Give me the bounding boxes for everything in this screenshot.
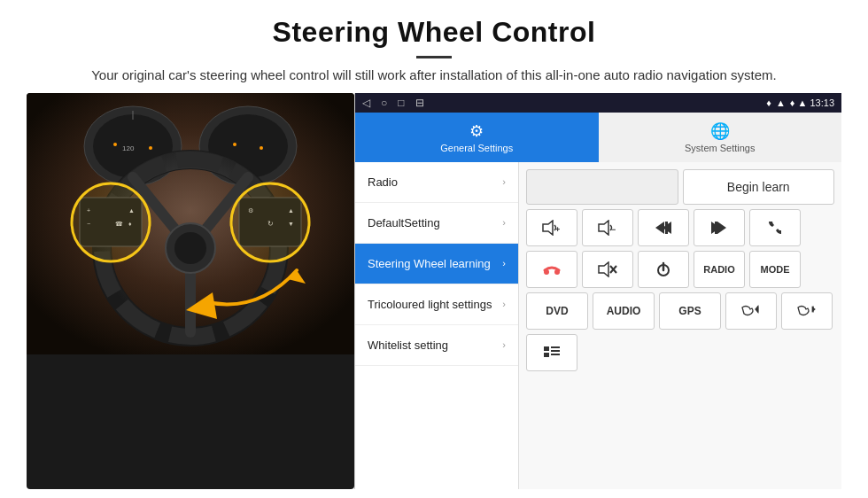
next-track-icon <box>709 220 729 236</box>
svg-rect-51 <box>757 306 758 312</box>
svg-rect-55 <box>544 353 549 357</box>
mute-icon <box>597 261 618 277</box>
svg-rect-57 <box>551 350 560 352</box>
svg-rect-41 <box>715 222 717 234</box>
general-settings-icon: ⚙ <box>469 121 484 141</box>
svg-marker-42 <box>717 222 726 234</box>
status-bar-info: ♦ ▲ ♦ ▲ 13:13 <box>766 97 834 108</box>
svg-point-31 <box>231 183 309 261</box>
hang-up-icon <box>541 261 562 277</box>
recents-nav-icon[interactable]: □ <box>398 97 404 109</box>
volume-up-icon: + <box>541 220 562 236</box>
power-icon <box>654 261 673 277</box>
svg-text:−: − <box>611 225 616 234</box>
svg-rect-58 <box>551 354 560 355</box>
button-row-5 <box>526 334 834 371</box>
volume-up-button[interactable]: + <box>526 209 577 246</box>
clock: ♦ ▲ 13:13 <box>790 97 834 108</box>
button-row-2: + − <box>526 209 834 246</box>
main-content-area: Radio › DefaultSetting › Steering Wheel … <box>355 162 841 490</box>
svg-marker-45 <box>599 262 608 276</box>
audio-button[interactable]: AUDIO <box>593 292 655 330</box>
home-nav-icon[interactable]: ○ <box>381 97 387 109</box>
header-section: Steering Wheel Control Your original car… <box>0 0 868 93</box>
svg-point-3 <box>113 143 117 146</box>
top-tabs: ⚙ General Settings 🌐 System Settings <box>355 113 841 162</box>
status-bar: ◁ ○ □ ⊟ ♦ ▲ ♦ ▲ 13:13 <box>355 93 841 113</box>
menu-item-default-setting[interactable]: DefaultSetting › <box>355 203 518 244</box>
list-icon <box>542 345 562 361</box>
signal-icon: ♦ <box>766 97 771 108</box>
next-track-button[interactable] <box>694 209 745 246</box>
volume-down-icon: − <box>597 220 618 236</box>
svg-rect-56 <box>551 346 560 348</box>
buttons-panel: Begin learn + <box>519 162 841 490</box>
svg-point-9 <box>233 143 236 146</box>
prev-track-icon <box>654 220 673 236</box>
car-image: 120 + ▲ − <box>27 93 354 490</box>
menu-whitelist-label: Whitelist setting <box>368 338 448 352</box>
status-bar-nav: ◁ ○ □ ⊟ <box>362 97 424 109</box>
wifi-icon: ▲ <box>776 97 786 108</box>
phone-next-button[interactable] <box>781 292 833 330</box>
menu-item-steering-wheel[interactable]: Steering Wheel learning › <box>355 244 518 284</box>
phone-prev-icon <box>739 303 763 319</box>
svg-marker-33 <box>543 221 553 235</box>
android-ui: ◁ ○ □ ⊟ ♦ ▲ ♦ ▲ 13:13 ⚙ General Settings <box>354 93 841 490</box>
phone-call-button[interactable] <box>749 209 801 246</box>
menu-icon-button[interactable] <box>526 334 577 371</box>
svg-point-10 <box>260 146 263 150</box>
subtitle: Your original car's steering wheel contr… <box>71 66 797 86</box>
content-area: 120 + ▲ − <box>0 93 868 499</box>
gps-button[interactable]: GPS <box>659 292 721 330</box>
volume-down-button[interactable]: − <box>582 209 633 246</box>
title-divider <box>416 56 452 58</box>
svg-text:120: 120 <box>122 144 135 152</box>
tab-system-label: System Settings <box>685 143 755 153</box>
menu-nav-icon[interactable]: ⊟ <box>415 97 424 109</box>
svg-point-4 <box>149 146 152 150</box>
button-row-4: DVD AUDIO GPS <box>526 292 834 330</box>
menu-item-radio[interactable]: Radio › <box>355 162 518 203</box>
menu-default-label: DefaultSetting <box>368 216 440 230</box>
page-title: Steering Wheel Control <box>53 16 815 49</box>
chevron-icon: › <box>502 299 506 309</box>
menu-steering-label: Steering Wheel learning <box>368 257 491 270</box>
menu-radio-label: Radio <box>368 175 398 189</box>
svg-rect-54 <box>544 346 549 351</box>
radio-button[interactable]: RADIO <box>694 251 745 288</box>
svg-point-43 <box>544 269 549 275</box>
mode-button[interactable]: MODE <box>749 251 801 288</box>
steering-wheel-illustration: 120 + ▲ − <box>27 93 354 354</box>
dvd-button[interactable]: DVD <box>526 292 588 330</box>
chevron-icon: › <box>502 176 506 187</box>
svg-rect-53 <box>812 306 813 312</box>
empty-slot <box>526 169 678 205</box>
mute-button[interactable] <box>582 251 633 288</box>
hang-up-button[interactable] <box>526 251 577 288</box>
chevron-icon: › <box>502 258 506 268</box>
system-settings-icon: 🌐 <box>710 121 730 141</box>
menu-item-whitelist[interactable]: Whitelist setting › <box>355 325 518 366</box>
button-row-3: RADIO MODE <box>526 251 834 288</box>
phone-prev-button[interactable] <box>725 292 777 330</box>
svg-point-44 <box>554 269 560 275</box>
menu-item-tricoloured[interactable]: Tricoloured light settings › <box>355 284 518 325</box>
prev-track-button[interactable] <box>638 209 689 246</box>
tab-general-settings[interactable]: ⚙ General Settings <box>355 113 599 162</box>
power-button[interactable] <box>638 251 689 288</box>
svg-marker-35 <box>599 221 608 235</box>
svg-point-30 <box>72 183 150 261</box>
back-nav-icon[interactable]: ◁ <box>362 97 370 109</box>
svg-text:+: + <box>555 225 560 234</box>
button-row-1: Begin learn <box>526 169 834 205</box>
phone-next-icon <box>794 303 819 319</box>
phone-icon <box>765 220 785 236</box>
page-container: Steering Wheel Control Your original car… <box>0 0 868 498</box>
menu-list: Radio › DefaultSetting › Steering Wheel … <box>355 162 519 490</box>
begin-learn-button[interactable]: Begin learn <box>683 169 835 205</box>
tab-system-settings[interactable]: 🌐 System Settings <box>599 113 842 162</box>
chevron-icon: › <box>502 217 506 228</box>
chevron-icon: › <box>502 339 506 350</box>
svg-point-18 <box>174 232 206 264</box>
